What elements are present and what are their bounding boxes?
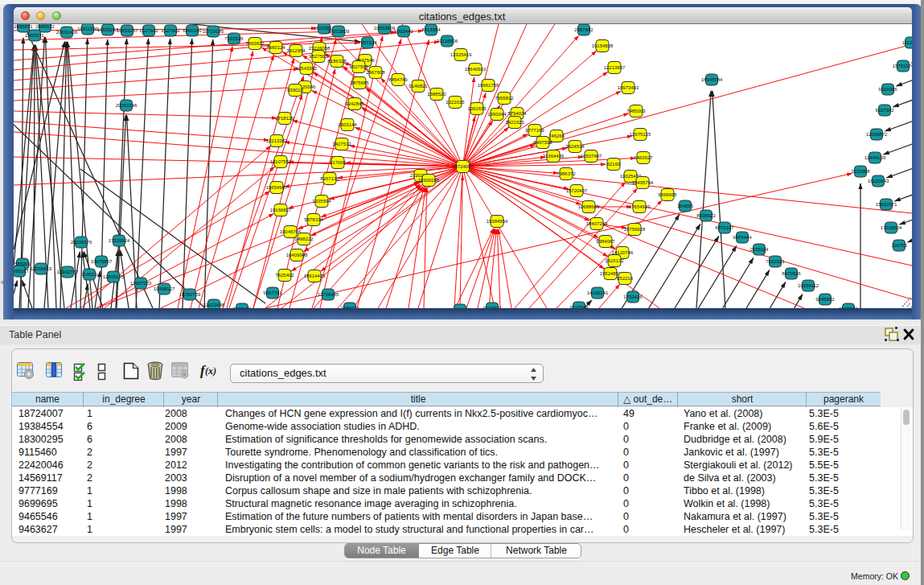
svg-text:9657791: 9657791: [263, 290, 282, 295]
svg-text:1527602: 1527602: [139, 28, 158, 33]
svg-text:2687682: 2687682: [574, 27, 593, 32]
svg-text:252214: 252214: [617, 276, 634, 281]
svg-text:2967608: 2967608: [366, 70, 385, 75]
svg-text:5794024: 5794024: [507, 111, 527, 116]
svg-text:13325419: 13325419: [450, 52, 472, 57]
svg-text:3427512: 3427512: [332, 142, 351, 146]
svg-text:9093440: 9093440: [394, 29, 413, 34]
svg-text:16961758: 16961758: [478, 83, 499, 88]
svg-text:20691406: 20691406: [56, 30, 78, 35]
svg-text:(x): (x): [205, 365, 216, 377]
svg-text:1615132: 1615132: [605, 258, 624, 263]
svg-text:19384554: 19384554: [487, 219, 508, 224]
svg-text:10543382: 10543382: [296, 66, 318, 71]
svg-text:7515526: 7515526: [224, 36, 244, 41]
svg-text:1322015: 1322015: [446, 100, 465, 105]
svg-text:1498222: 1498222: [294, 237, 314, 241]
svg-text:19654987: 19654987: [266, 185, 288, 190]
svg-text:7986372: 7986372: [556, 171, 576, 176]
svg-text:12213382: 12213382: [266, 138, 288, 143]
svg-text:10688609: 10688609: [578, 204, 600, 209]
svg-text:1588520: 1588520: [427, 92, 446, 97]
svg-text:62160: 62160: [607, 162, 621, 167]
svg-text:9699695: 9699695: [658, 192, 677, 197]
svg-text:9245652: 9245652: [815, 297, 835, 302]
svg-text:15720407: 15720407: [566, 188, 588, 193]
svg-text:21364436: 21364436: [543, 154, 565, 159]
svg-text:8267130: 8267130: [320, 176, 339, 181]
svg-text:4439167: 4439167: [14, 269, 29, 274]
svg-text:6466160: 6466160: [183, 28, 202, 33]
svg-text:16914479: 16914479: [304, 274, 326, 278]
svg-text:10973493: 10973493: [618, 85, 639, 90]
svg-text:9527505: 9527505: [309, 54, 328, 59]
svg-text:10653267: 10653267: [117, 28, 138, 33]
svg-text:11423448: 11423448: [203, 303, 225, 307]
svg-text:1990044: 1990044: [487, 112, 507, 117]
svg-text:17339924: 17339924: [109, 238, 130, 243]
svg-text:10975857: 10975857: [91, 259, 113, 264]
svg-text:10507487: 10507487: [581, 154, 602, 159]
svg-text:12093872: 12093872: [866, 132, 888, 137]
svg-text:6497508: 6497508: [533, 140, 552, 145]
svg-text:20053346: 20053346: [116, 103, 138, 108]
svg-text:164095: 164095: [677, 204, 694, 208]
svg-text:18640910: 18640910: [465, 67, 487, 72]
svg-text:17016504: 17016504: [881, 225, 902, 230]
svg-text:18495794: 18495794: [632, 180, 654, 185]
svg-text:9384067: 9384067: [596, 239, 615, 244]
svg-text:15692971: 15692971: [876, 202, 897, 207]
svg-text:17654923: 17654923: [629, 204, 651, 209]
svg-text:2718129: 2718129: [275, 116, 294, 121]
svg-text:3875685: 3875685: [350, 80, 369, 85]
svg-text:20206576: 20206576: [71, 240, 92, 245]
svg-text:116753: 116753: [891, 243, 907, 248]
svg-text:7357224: 7357224: [358, 40, 377, 45]
svg-text:417006: 417006: [330, 160, 347, 165]
svg-text:12444139: 12444139: [864, 155, 886, 160]
svg-text:2405572: 2405572: [35, 24, 55, 29]
svg-text:7625402: 7625402: [275, 273, 294, 278]
svg-text:12975125: 12975125: [630, 132, 651, 137]
svg-text:19911390: 19911390: [77, 27, 99, 31]
svg-text:10719185: 10719185: [203, 29, 224, 34]
svg-text:9463627: 9463627: [634, 155, 653, 160]
svg-text:2935114: 2935114: [750, 247, 770, 252]
svg-text:7663822: 7663822: [245, 41, 265, 46]
svg-text:8470626: 8470626: [782, 271, 801, 276]
svg-text:2405571: 2405571: [25, 33, 44, 38]
svg-text:18300295: 18300295: [418, 178, 440, 183]
svg-text:19218906: 19218906: [437, 39, 458, 43]
svg-text:1527602: 1527602: [161, 28, 180, 33]
svg-text:16154808: 16154808: [592, 43, 614, 48]
svg-text:9227342: 9227342: [875, 108, 894, 113]
svg-text:12942757: 12942757: [57, 270, 79, 274]
svg-text:746266: 746266: [548, 134, 565, 138]
svg-text:1421023: 1421023: [505, 120, 524, 125]
svg-text:1335594: 1335594: [312, 199, 331, 204]
svg-text:10107552: 10107552: [270, 159, 292, 164]
svg-text:7485003: 7485003: [626, 109, 646, 113]
svg-text:8813054: 8813054: [421, 27, 441, 32]
svg-text:9474444: 9474444: [733, 235, 752, 240]
svg-text:17957253: 17957253: [130, 281, 152, 286]
svg-text:939013: 939013: [287, 88, 304, 93]
svg-text:2603144: 2603144: [338, 122, 357, 127]
svg-text:9777169: 9777169: [525, 128, 544, 133]
svg-text:10046766: 10046766: [280, 229, 302, 234]
svg-text:7955812: 7955812: [495, 96, 514, 101]
svg-text:5878334: 5878334: [304, 217, 323, 222]
svg-text:9527505: 9527505: [349, 64, 368, 69]
svg-text:16782759: 16782759: [179, 292, 201, 297]
svg-text:3215958: 3215958: [851, 169, 870, 174]
svg-text:2405571: 2405571: [14, 24, 33, 29]
svg-text:9146821: 9146821: [409, 84, 428, 89]
svg-text:8454749: 8454749: [388, 77, 408, 82]
svg-text:12213957: 12213957: [604, 65, 626, 70]
svg-text:18724007: 18724007: [452, 164, 474, 169]
svg-text:10958127: 10958127: [154, 286, 175, 291]
svg-text:19166827: 19166827: [270, 208, 292, 212]
svg-text:9329966: 9329966: [878, 87, 897, 92]
svg-text:8938923: 8938923: [696, 213, 716, 218]
svg-text:19756928: 19756928: [624, 227, 646, 232]
